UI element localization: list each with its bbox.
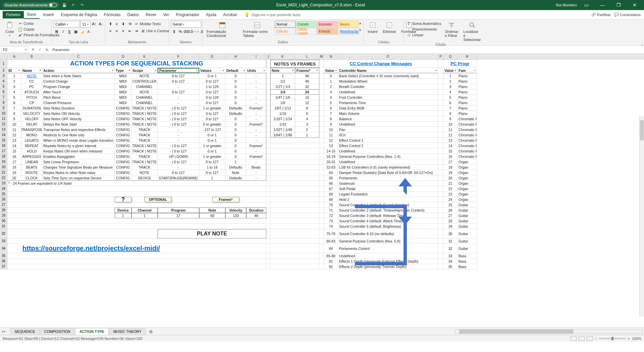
column-header[interactable]: P (438, 54, 443, 60)
row-header[interactable]: 15 (0, 138, 7, 143)
comma-icon[interactable]: 000 (184, 29, 190, 35)
font-size-dropdown[interactable]: 11 (80, 21, 91, 28)
style-scroll-down[interactable]: ▾ (359, 28, 361, 32)
tell-me-search[interactable]: 💡Diga-me o que pretende fazer (244, 12, 301, 17)
row-header[interactable]: 3 (0, 73, 7, 79)
style-linked[interactable]: Célula Ligada (296, 28, 317, 35)
style-neutral[interactable]: Neutro (338, 21, 359, 28)
find-select-button[interactable]: Localizar e Selecionar (462, 21, 483, 42)
border-icon[interactable]: ▦ (73, 29, 79, 35)
align-left-icon[interactable]: ≡ (107, 28, 113, 34)
underline-icon[interactable]: S (66, 29, 72, 35)
table-header[interactable]: Default▾ (225, 68, 246, 73)
row-header[interactable]: 28 (0, 208, 7, 213)
wrap-text-button[interactable]: ↵Moldar Texto (133, 21, 162, 27)
row-header[interactable]: 22 (0, 175, 7, 181)
row-header[interactable]: 4 (0, 79, 7, 84)
row-header[interactable]: 12 (0, 122, 7, 127)
tab-nav-next-icon[interactable]: ▸ (4, 329, 6, 334)
row-header[interactable]: 29 (0, 213, 7, 218)
table-header[interactable]: Scope▾ (131, 68, 158, 73)
zoom-in-icon[interactable]: + (628, 337, 630, 341)
decrease-indent-icon[interactable]: ⇤ (127, 28, 133, 34)
cell[interactable]: NOTE (21, 73, 42, 79)
style-scroll-up[interactable]: ▴ (359, 21, 361, 25)
user-name[interactable]: Rui Monteiro (556, 3, 577, 7)
align-bottom-icon[interactable]: ⬇ (120, 21, 126, 27)
row-header[interactable]: 25 (0, 191, 7, 197)
row-header[interactable]: 21 (0, 170, 7, 175)
table-header[interactable]: Note▾ (270, 68, 295, 73)
column-header[interactable]: E (131, 54, 158, 60)
add-sheet-button[interactable]: ⊕ (146, 328, 156, 335)
clear-button[interactable]: ◇Limpar (406, 32, 442, 38)
font-color-icon[interactable]: A (86, 29, 92, 35)
autosum-button[interactable]: ΣSoma Automática (406, 21, 442, 26)
comments-button[interactable]: 💬Comentários (614, 12, 641, 17)
fx-icon[interactable]: fx (44, 48, 51, 52)
maximize-icon[interactable]: ❐ (612, 0, 625, 10)
row-header[interactable]: 18 (0, 154, 7, 159)
column-header[interactable]: R (458, 54, 477, 60)
tab-review[interactable]: Rever (142, 11, 160, 18)
tab-nav-prev-icon[interactable]: ◂ (1, 329, 3, 334)
column-header[interactable]: Q (443, 54, 458, 60)
section-title-link[interactable]: PC Progr (443, 60, 477, 68)
row-header[interactable]: 17 (0, 148, 7, 154)
sort-filter-button[interactable]: Ordenar e Filtrar (443, 21, 460, 38)
table-header[interactable]: Value▾ (324, 68, 338, 73)
table-header[interactable]: Fam▾ (458, 68, 477, 73)
row-header[interactable]: 33 (0, 238, 7, 244)
row-header[interactable]: 35 (0, 253, 7, 259)
spreadsheet-grid[interactable]: ABCDEFGHIJKLMNOPQR 123456789101112131415… (0, 54, 644, 327)
increase-decimal-icon[interactable]: .0→ (190, 29, 196, 35)
sheet-tab[interactable]: ACTION TYPE (75, 328, 109, 335)
cancel-formula-icon[interactable]: ✕ (30, 47, 37, 52)
italic-icon[interactable]: I (60, 29, 66, 35)
row-header[interactable]: 23 (0, 181, 7, 186)
project-link[interactable]: https://sourceforge.net/projects/excel-m… (21, 244, 266, 253)
column-header[interactable]: D (115, 54, 131, 60)
table-header[interactable]: Parameter▾ (158, 68, 199, 73)
row-header[interactable]: 5 (0, 84, 7, 89)
align-middle-icon[interactable]: ≡ (114, 21, 120, 27)
share-button[interactable]: 🔗Partilhar (591, 12, 611, 17)
save-icon[interactable]: 💾 (61, 2, 68, 8)
row-header[interactable]: 36 (0, 259, 7, 264)
column-header[interactable]: B (21, 54, 42, 60)
row-header[interactable]: 26 (0, 197, 7, 202)
style-input[interactable]: Entrada (317, 28, 338, 35)
sheet-tab[interactable]: MUSIC THEORY (109, 328, 146, 335)
vertical-scrollbar[interactable] (639, 116, 644, 317)
select-all-button[interactable] (0, 54, 7, 60)
format-as-table-button[interactable]: Formatar como Tabela (241, 21, 274, 38)
column-header[interactable]: N (324, 54, 338, 60)
tab-home[interactable]: Base (24, 11, 40, 19)
table-header[interactable]: Controller Name▾ (338, 68, 438, 73)
number-format-dropdown[interactable]: Geral (171, 21, 201, 28)
row-header[interactable]: 8 (0, 100, 7, 105)
conditional-format-button[interactable]: Formatação Condicional (205, 21, 240, 38)
tab-help[interactable]: Ajuda (203, 11, 220, 18)
row-header[interactable]: 2 (0, 68, 7, 73)
column-header[interactable]: G (199, 54, 225, 60)
sheet-tab[interactable]: SEQUENCE (10, 328, 40, 335)
row-header[interactable]: 32 (0, 229, 7, 238)
accept-formula-icon[interactable]: ✓ (37, 47, 44, 52)
delete-cells-button[interactable]: −Eliminar (381, 21, 398, 34)
align-top-icon[interactable]: ⬆ (107, 21, 113, 27)
row-header[interactable]: 16 (0, 143, 7, 148)
horizontal-scrollbar[interactable] (455, 329, 643, 334)
zoom-level[interactable]: 100% (632, 337, 641, 341)
view-page-layout-icon[interactable] (579, 336, 585, 341)
view-normal-icon[interactable] (571, 336, 577, 341)
tab-file[interactable]: Ficheiro (3, 11, 24, 18)
decrease-font-icon[interactable]: A↓ (98, 21, 104, 27)
insert-cells-button[interactable]: +Inserir (366, 21, 380, 34)
table-header[interactable]: Frames*▾ (295, 68, 319, 73)
style-bad[interactable]: Incorreto (317, 21, 338, 28)
align-right-icon[interactable]: ≡ (120, 28, 126, 34)
column-header[interactable]: I (246, 54, 266, 60)
row-header[interactable]: 30 (0, 218, 7, 224)
row-header[interactable]: 19 (0, 159, 7, 165)
